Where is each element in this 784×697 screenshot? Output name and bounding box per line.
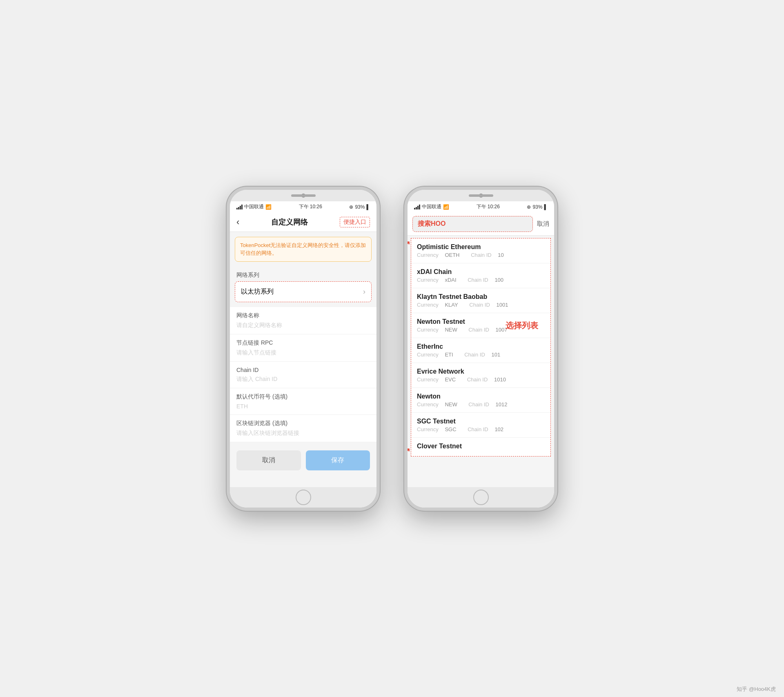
network-meta-optimistic: Currency OETH Chain ID 10 (417, 252, 545, 258)
search-bar-container: 搜索HOO 取消 (408, 213, 554, 236)
network-item-sgc[interactable]: SGC Testnet Currency SGC Chain ID 102 (411, 413, 550, 438)
network-name-clover: Clover Testnet (417, 443, 545, 450)
save-button[interactable]: 保存 (306, 450, 370, 470)
search-input-wrap[interactable]: 搜索HOO (412, 216, 533, 232)
field-network-name: 网络名称 请自定义网络名称 (230, 307, 376, 334)
arrow-annotation-top: ↗ (404, 239, 410, 249)
chevron-right-icon: › (363, 287, 365, 296)
signal-bars-2 (414, 205, 420, 209)
battery-icon-2: ▌ (544, 204, 548, 210)
carrier-1: 中国联通 (244, 203, 264, 210)
network-item-clover[interactable]: Clover Testnet (411, 438, 550, 456)
battery-icon-1: ▌ (366, 204, 370, 210)
phone-2: 中国联通 📶 下午 10:26 ⊕ 93% ▌ 搜索HOO 取消 (404, 187, 557, 511)
network-meta-etherinc: Currency ETI Chain ID 101 (417, 352, 545, 358)
wifi-icon-2: 📶 (443, 204, 449, 210)
network-name-optimistic: Optimistic Ethereum (417, 243, 545, 251)
network-name-xdai: xDAI Chain (417, 268, 545, 276)
network-item-evrice[interactable]: Evrice Network Currency EVC Chain ID 101… (411, 363, 550, 388)
network-meta-xdai: Currency xDAI Chain ID 100 (417, 277, 545, 283)
network-item-klaytn[interactable]: Klaytn Testnet Baobab Currency KLAY Chai… (411, 288, 550, 313)
nav-bar-1: ‹ 自定义网络 便捷入口 (230, 213, 376, 232)
field-label-chain-id: Chain ID (236, 367, 370, 373)
network-meta-newton: Currency NEW Chain ID 1012 (417, 401, 545, 408)
arrow-annotation-bottom: ↗ (404, 446, 410, 456)
time-2: 下午 10:26 (477, 203, 500, 210)
home-circle-2 (473, 490, 489, 505)
back-button-1[interactable]: ‹ (236, 217, 239, 227)
carrier-2: 中国联通 (422, 203, 441, 210)
network-item-optimistic[interactable]: Optimistic Ethereum Currency OETH Chain … (411, 238, 550, 263)
field-label-explorer: 区块链浏览器 (选填) (236, 420, 370, 427)
network-series-label: 网络系列 (230, 267, 376, 281)
field-label-rpc: 节点链接 RPC (236, 339, 370, 347)
field-placeholder-rpc[interactable]: 请输入节点链接 (236, 349, 370, 356)
field-rpc: 节点链接 RPC 请输入节点链接 (230, 334, 376, 362)
network-name-evrice: Evrice Network (417, 368, 545, 375)
search-placeholder[interactable]: 搜索HOO (418, 220, 445, 228)
phone-1-content: 中国联通 📶 下午 10:26 ⊕ 93% ▌ ‹ 自定义网络 便捷入口 Tok… (230, 201, 376, 487)
location-icon-1: ⊕ (349, 204, 353, 210)
phone-top-1 (230, 190, 376, 201)
network-series-selector[interactable]: 以太坊系列 › (235, 281, 372, 302)
time-1: 下午 10:26 (299, 203, 322, 210)
speaker-2 (469, 194, 493, 197)
home-circle-1 (296, 490, 311, 505)
field-label-currency: 默认代币符号 (选填) (236, 393, 370, 401)
cancel-button[interactable]: 取消 (236, 450, 301, 470)
home-button-1[interactable] (230, 487, 376, 508)
page-title-1: 自定义网络 (271, 217, 308, 227)
search-cancel-button[interactable]: 取消 (537, 220, 549, 228)
network-meta-klaytn: Currency KLAY Chain ID 1001 (417, 302, 545, 308)
network-item-newton[interactable]: Newton Currency NEW Chain ID 1012 (411, 388, 550, 413)
location-icon-2: ⊕ (527, 204, 531, 210)
button-row: 取消 保存 (230, 442, 376, 479)
phone-1: 中国联通 📶 下午 10:26 ⊕ 93% ▌ ‹ 自定义网络 便捷入口 Tok… (227, 187, 380, 511)
status-bar-2: 中国联通 📶 下午 10:26 ⊕ 93% ▌ (408, 201, 554, 213)
network-name-sgc: SGC Testnet (417, 418, 545, 425)
watermark: 知乎 @Hoo4K虎 (737, 686, 776, 693)
battery-2: 93% (532, 204, 542, 210)
battery-1: 93% (355, 204, 365, 210)
network-list: Optimistic Ethereum Currency OETH Chain … (411, 238, 551, 457)
form-section: 网络名称 请自定义网络名称 节点链接 RPC 请输入节点链接 Chain ID … (230, 307, 376, 442)
warning-box: TokenPocket无法验证自定义网络的安全性，请仅添加可信任的网络。 (235, 237, 372, 262)
field-chain-id: Chain ID 请输入 Chain ID (230, 362, 376, 388)
speaker-1 (291, 194, 316, 197)
phone-top-2 (408, 190, 554, 201)
home-button-2[interactable] (408, 487, 554, 508)
network-meta-sgc: Currency SGC Chain ID 102 (417, 426, 545, 432)
network-meta-evrice: Currency EVC Chain ID 1010 (417, 376, 545, 383)
network-name-klaytn: Klaytn Testnet Baobab (417, 293, 545, 301)
status-bar-1: 中国联通 📶 下午 10:26 ⊕ 93% ▌ (230, 201, 376, 213)
field-label-network-name: 网络名称 (236, 312, 370, 319)
field-value-currency[interactable]: ETH (236, 403, 370, 410)
phone-2-content: 中国联通 📶 下午 10:26 ⊕ 93% ▌ 搜索HOO 取消 (408, 201, 554, 487)
select-list-annotation: 选择列表 (506, 320, 538, 331)
field-explorer: 区块链浏览器 (选填) 请输入区块链浏览器链接 (230, 415, 376, 442)
field-currency: 默认代币符号 (选填) ETH (230, 388, 376, 415)
network-name-newton: Newton (417, 393, 545, 400)
network-item-xdai[interactable]: xDAI Chain Currency xDAI Chain ID 100 (411, 263, 550, 288)
network-item-etherinc[interactable]: EtherInc Currency ETI Chain ID 101 (411, 338, 550, 363)
network-series-text: 以太坊系列 (241, 287, 274, 296)
quick-access-button[interactable]: 便捷入口 (340, 217, 370, 227)
field-placeholder-chain-id[interactable]: 请输入 Chain ID (236, 376, 370, 383)
field-placeholder-explorer[interactable]: 请输入区块链浏览器链接 (236, 430, 370, 437)
signal-bars-1 (236, 205, 243, 209)
network-name-etherinc: EtherInc (417, 343, 545, 350)
network-list-wrapper: Optimistic Ethereum Currency OETH Chain … (411, 238, 551, 457)
main-container: 中国联通 📶 下午 10:26 ⊕ 93% ▌ ‹ 自定义网络 便捷入口 Tok… (227, 187, 557, 511)
network-item-newton-testnet[interactable]: Newton Testnet Currency NEW Chain ID 100… (411, 313, 550, 338)
wifi-icon-1: 📶 (265, 204, 272, 210)
field-placeholder-network-name[interactable]: 请自定义网络名称 (236, 322, 370, 329)
